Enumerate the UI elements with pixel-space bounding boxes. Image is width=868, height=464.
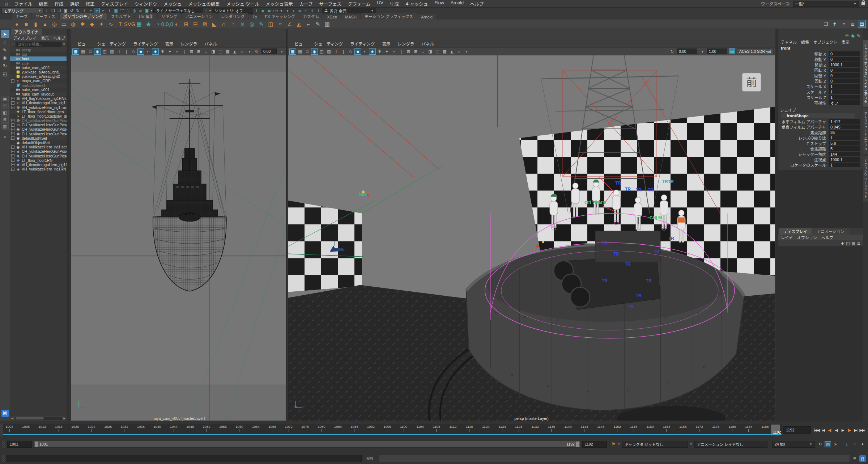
tool-icon[interactable]: ✎ xyxy=(1,46,9,54)
section-divider[interactable]: ❙ xyxy=(44,9,49,12)
scroll-right-icon[interactable]: ▶ xyxy=(62,417,67,420)
shelf-tab[interactable]: Fx xyxy=(249,14,261,20)
channel-box-icon[interactable]: ✣ xyxy=(845,33,848,38)
menu-item[interactable]: Flow xyxy=(431,0,447,7)
outliner-row[interactable]: + CH_yukikazeHeroGunPose_rig1:sets xyxy=(10,127,67,131)
channel-label[interactable]: スケール Z xyxy=(778,94,829,100)
expand-icon[interactable] xyxy=(11,62,14,65)
shelf-tab[interactable]: モーション グラフィックス xyxy=(361,13,417,20)
outliner-row[interactable]: + CH_yukikazeHeroGunPose_rig2:root xyxy=(10,123,67,127)
snap-icon[interactable]: ▱ xyxy=(137,8,144,13)
viewport-toolbar-icon[interactable]: ⬚ xyxy=(434,48,441,55)
outliner-tab[interactable]: アウトライナ xyxy=(11,29,42,35)
fps-dropdown[interactable]: 24 fps ▼ xyxy=(772,441,815,448)
section-divider[interactable]: ❙ xyxy=(204,9,208,12)
outliner-menu-item[interactable]: ディスプレイ xyxy=(13,35,37,41)
expand-icon[interactable]: + xyxy=(11,97,14,100)
viewport-toolbar-icon[interactable]: ◇ xyxy=(130,48,137,55)
expand-icon[interactable] xyxy=(11,114,14,118)
command-input-field[interactable] xyxy=(7,455,362,462)
expand-icon[interactable]: + xyxy=(11,145,14,149)
channel-box-icon[interactable]: ✎ xyxy=(857,33,860,38)
tool-icon[interactable]: ↻ xyxy=(1,62,9,70)
outliner-row[interactable]: persp xyxy=(10,48,67,52)
viewport-toolbar-icon[interactable]: ◨ xyxy=(427,48,434,55)
channel-label[interactable]: スケール X xyxy=(778,84,829,89)
snap-icon[interactable]: ◎ xyxy=(131,8,137,13)
viewport-toolbar-icon[interactable]: ◐ xyxy=(362,48,369,55)
viewport-toolbar-icon[interactable]: ◆ xyxy=(354,48,361,55)
viewport-toolbar-icon[interactable]: ✻ xyxy=(159,48,166,55)
menu-item[interactable]: メッシュの編集 xyxy=(185,0,223,7)
viewport-menu-item[interactable]: シェーディング xyxy=(311,41,346,47)
render-icon[interactable]: ▼ xyxy=(278,8,285,13)
outliner-row[interactable]: + VH_yukikazeHero_rig1:root xyxy=(10,105,67,109)
color-management-icon[interactable]: ON xyxy=(729,48,735,54)
layer-editor-icon[interactable]: ≣ xyxy=(857,241,860,246)
outliner-row[interactable]: top xyxy=(10,52,67,56)
channel-box-menu-item[interactable]: オブジェクト xyxy=(813,39,837,45)
shelf-tool-icon[interactable]: ⊠ xyxy=(200,20,209,29)
expand-icon[interactable] xyxy=(11,110,14,113)
viewport-toolbar-icon[interactable]: ▦ xyxy=(289,48,296,55)
viewport-toolbar-icon[interactable]: ✦ xyxy=(166,48,173,55)
option-icon[interactable]: ✦ xyxy=(859,441,866,447)
timeline-track[interactable]: 1004 1008 1012 1016 xyxy=(3,424,782,436)
section-divider[interactable]: ❙ xyxy=(107,9,112,12)
viewport-toolbar-icon[interactable]: ◐ xyxy=(145,48,152,55)
channel-value-field[interactable]: 5.6 xyxy=(829,141,860,145)
layer-editor-icon[interactable]: ◫ xyxy=(846,241,850,246)
shelf-tool-icon[interactable]: ✎ xyxy=(313,20,322,29)
tool-icon[interactable]: ◱ xyxy=(1,70,9,78)
expand-icon[interactable] xyxy=(11,48,14,52)
outliner-menu-item[interactable]: ヘルプ xyxy=(53,35,65,41)
layout-shortcut-button[interactable]: ◧ xyxy=(1,110,9,116)
channel-value-field[interactable]: 0 xyxy=(829,73,860,78)
menu-item[interactable]: ヘルプ xyxy=(467,0,487,7)
outliner-row[interactable]: defaultObjectSet xyxy=(10,140,67,145)
channel-label[interactable]: 水平フィルム アパーチャ xyxy=(778,119,829,125)
viewport-menu-item[interactable]: ビュー xyxy=(75,41,93,47)
viewport-menu-item[interactable]: パネル xyxy=(418,41,437,47)
menu-item[interactable]: カーブ xyxy=(296,0,316,7)
exposure-field[interactable]: 0.00 xyxy=(261,48,277,54)
channel-value-field[interactable]: 5 xyxy=(829,146,860,151)
menu-item[interactable]: サーフェス xyxy=(316,0,345,7)
playback-button[interactable]: ◀| xyxy=(827,427,833,433)
gamma-icon[interactable]: ◑ xyxy=(699,48,706,55)
expand-icon[interactable]: + xyxy=(11,150,14,153)
option-icon[interactable]: ♪ xyxy=(843,441,850,447)
render-icon[interactable]: ✂ xyxy=(303,8,309,13)
expand-icon[interactable] xyxy=(11,71,14,74)
channel-label[interactable]: 注視点 xyxy=(778,157,829,163)
viewport-toolbar-icon[interactable]: ◒ xyxy=(420,48,426,55)
viewport-toolbar-icon[interactable]: ⊡ xyxy=(405,48,412,55)
layout-shortcut-button[interactable]: ▥ xyxy=(1,123,9,130)
menu-item[interactable]: メッシュ ツール xyxy=(223,0,263,7)
channel-value-field[interactable]: 1 xyxy=(829,89,860,94)
selected-object-name[interactable]: front xyxy=(778,45,863,51)
shelf-tab[interactable]: サーフェス xyxy=(32,13,59,20)
menu-item[interactable]: 生成 xyxy=(387,0,402,7)
outliner-menu-item[interactable]: 表示 xyxy=(41,35,49,41)
expand-icon[interactable] xyxy=(11,92,14,96)
viewport-menu-item[interactable]: ライティング xyxy=(130,41,161,47)
layer-editor-menu-item[interactable]: オプション xyxy=(797,235,817,240)
expand-icon[interactable]: + xyxy=(11,168,14,171)
channel-value-field[interactable]: 1.417 xyxy=(829,119,860,124)
menu-item[interactable]: キャッシュ xyxy=(402,0,431,7)
sidebar-vertical-tab[interactable]: モデリング ツールキット xyxy=(863,156,868,202)
snap-icon[interactable]: ⌒ xyxy=(119,8,125,13)
layout-shortcut-button[interactable]: ⊟ xyxy=(1,117,9,123)
shelf-tool-icon[interactable]: ⊞ xyxy=(182,20,191,29)
playback-option-icon[interactable]: ▤ xyxy=(825,441,831,447)
expand-icon[interactable]: + xyxy=(11,119,14,122)
viewport-toolbar-icon[interactable]: ⬚ xyxy=(217,48,224,55)
shelf-tool-icon[interactable]: ⊕ xyxy=(144,20,153,29)
shelf-tool-icon[interactable]: ▲ xyxy=(41,20,50,29)
range-grip[interactable] xyxy=(2,440,5,448)
shelf-tool-icon[interactable]: ◎ xyxy=(50,20,59,29)
viewport-toolbar-icon[interactable]: ▨ xyxy=(109,48,115,55)
render-icon[interactable]: ◉ xyxy=(260,8,266,13)
viewport-toolbar-icon[interactable]: ❘ xyxy=(123,48,130,55)
